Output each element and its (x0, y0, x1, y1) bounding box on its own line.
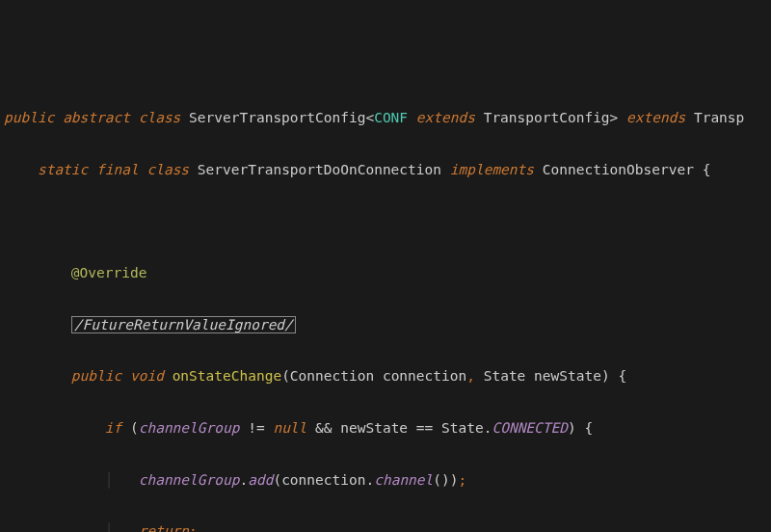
angle-close: > (610, 110, 619, 125)
keyword-extends-2: extends (626, 110, 685, 125)
keyword-final: final (96, 162, 139, 177)
interface-name: ConnectionObserver (543, 162, 694, 177)
code-line-5[interactable]: /FutureReturnValueIgnored/ (4, 312, 771, 338)
suppressed-warning-box: /FutureReturnValueIgnored/ (71, 316, 296, 333)
operator-and: && (315, 420, 332, 436)
method-call-2: channel (374, 472, 433, 488)
annotation-override: @Override (71, 265, 147, 280)
keyword-implements: implements (450, 162, 534, 177)
keyword-static: static (38, 162, 88, 177)
keyword-class: class (139, 110, 181, 125)
code-line-7[interactable]: if (channelGroup != null && newState == … (4, 415, 771, 441)
enum-const: CONNECTED (492, 420, 568, 436)
inner-class-name: ServerTransportDoOnConnection (198, 162, 441, 177)
keyword-return: return (139, 523, 189, 532)
brace-open: { (584, 420, 593, 436)
keyword-if: if (105, 420, 121, 436)
method-name: onStateChange (173, 368, 282, 384)
param-type: Connection (290, 368, 374, 384)
angle-open: < (365, 110, 374, 125)
arg: connection (281, 472, 365, 488)
generic-bound: TransportConfig (484, 110, 610, 125)
var-ref: newState (340, 420, 408, 436)
code-line-8[interactable]: │ channelGroup.add(connection.channel())… (4, 467, 771, 493)
keyword-extends: extends (416, 110, 475, 125)
keyword-abstract: abstract (63, 110, 130, 125)
code-line-1[interactable]: public abstract class ServerTransportCon… (4, 105, 771, 131)
method-call: add (248, 472, 273, 488)
param-type-2: State (484, 368, 526, 384)
generic-param: CONF (374, 110, 408, 125)
operator-eq: == (416, 420, 433, 436)
keyword-public: public (71, 368, 121, 384)
keyword-null: null (273, 420, 306, 436)
enum-type: State (441, 420, 484, 436)
code-line-blank[interactable] (4, 209, 771, 235)
super-type: Transp (694, 110, 744, 125)
field-ref: channelGroup (139, 472, 240, 488)
field-ref: channelGroup (139, 420, 240, 436)
param-name-2: newState (534, 368, 601, 384)
param-name: connection (383, 368, 466, 384)
class-name: ServerTransportConfig (189, 110, 365, 125)
code-line-2[interactable]: static final class ServerTransportDoOnCo… (4, 157, 771, 183)
code-line-9[interactable]: │ return; (4, 519, 771, 532)
keyword-class: class (146, 162, 189, 177)
brace-open: { (703, 162, 711, 177)
operator-ne: != (248, 420, 264, 436)
keyword-public: public (4, 110, 54, 125)
code-line-4[interactable]: @Override (4, 260, 771, 286)
code-line-6[interactable]: public void onStateChange(Connection con… (4, 363, 771, 389)
semicolon: ; (189, 523, 198, 532)
brace-open: { (618, 368, 626, 384)
keyword-void: void (130, 368, 164, 384)
